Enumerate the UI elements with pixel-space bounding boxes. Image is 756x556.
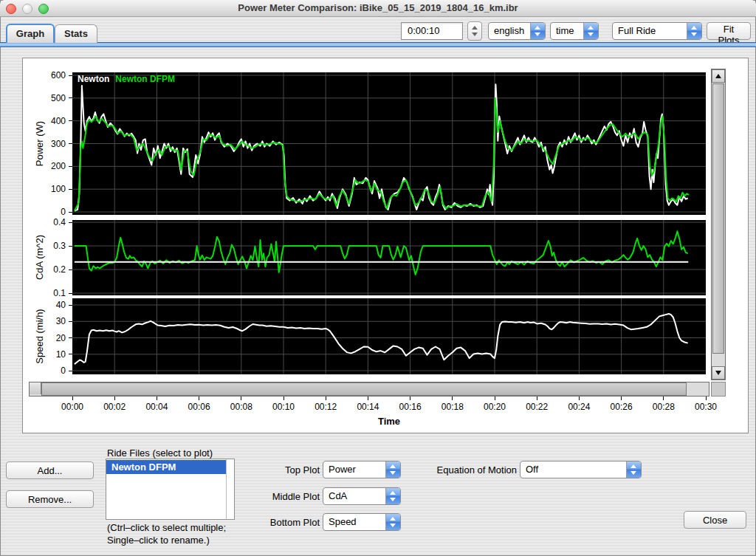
tab-stats[interactable]: Stats <box>55 24 97 43</box>
popup-arrows-icon <box>626 461 641 478</box>
x-tick-label: 00:12 <box>307 402 344 412</box>
y-tick-mark <box>69 120 72 121</box>
x-tick-mark <box>199 397 199 400</box>
x-tick-mark <box>579 397 580 400</box>
x-tick-mark <box>326 397 326 400</box>
x-tick-mark <box>368 397 368 400</box>
x-tick-label: 00:24 <box>560 402 597 412</box>
ride-files-label: Ride Files (select to plot) <box>107 447 213 459</box>
bottom-plot-label: Bottom Plot <box>250 517 320 528</box>
y-tick-mark <box>69 270 72 270</box>
y-tick-mark <box>69 212 72 213</box>
y-tick-mark <box>69 189 72 190</box>
top-plot-value: Power <box>329 461 356 478</box>
popup-arrows-icon <box>385 461 400 478</box>
x-tick-label: 00:08 <box>223 402 260 412</box>
close-button[interactable]: Close <box>684 511 746 529</box>
stepper-down-icon[interactable] <box>472 32 478 36</box>
x-tick-mark <box>452 397 453 400</box>
y-tick-mark <box>69 166 72 167</box>
x-tick-mark <box>72 397 73 400</box>
units-popup[interactable]: english <box>488 22 546 40</box>
hint-line-1: (Ctrl–click to select multiple; <box>107 521 226 534</box>
plot-legend: NewtonNewton DFPM <box>78 74 175 84</box>
x-tick-label: 00:02 <box>96 402 133 412</box>
scrollbar-corner <box>711 382 726 397</box>
xaxis-popup[interactable]: time <box>550 22 599 40</box>
x-tick-label: 00:00 <box>54 402 91 412</box>
add-button[interactable]: Add... <box>6 461 94 479</box>
x-axis-title: Time <box>72 416 706 427</box>
stepper-up-icon[interactable] <box>472 26 478 30</box>
power-meter-comparison-window: { "window": {"title": "Power Meter Compa… <box>0 0 756 556</box>
middle-plot-value: CdA <box>329 488 347 504</box>
x-tick-label: 00:28 <box>645 402 682 412</box>
scroll-up-icon[interactable] <box>712 69 725 83</box>
tab-pane-edge <box>0 42 756 47</box>
cda-plot-canvas <box>72 220 706 295</box>
scroll-down-icon[interactable] <box>712 366 725 380</box>
equation-of-motion-value: Off <box>526 461 538 478</box>
top-plot-popup[interactable]: Power <box>323 461 401 478</box>
power-plot[interactable]: NewtonNewton DFPM <box>72 72 706 215</box>
plot-panel: NewtonNewton DFPM 0100200300400500600Pow… <box>22 58 749 433</box>
bottom-plot-popup[interactable]: Speed <box>323 513 401 531</box>
horizontal-scrollbar-left-button[interactable] <box>30 382 41 394</box>
x-tick-label: 00:22 <box>518 402 555 412</box>
x-tick-mark <box>241 397 241 400</box>
x-tick-mark <box>621 397 622 400</box>
power-axis-title: Power (W) <box>34 92 45 195</box>
hint-line-2: Single–click to rename.) <box>107 534 226 546</box>
cda-plot[interactable] <box>72 220 706 295</box>
legend-newton: Newton <box>78 74 109 84</box>
vertical-scrollbar[interactable] <box>711 69 726 380</box>
popup-arrows-icon <box>530 23 545 39</box>
ride-files-list[interactable]: Newton DFPM <box>106 459 235 520</box>
y-tick-mark <box>69 143 72 144</box>
y-tick-mark <box>69 222 72 223</box>
x-tick-mark <box>706 397 707 400</box>
middle-plot-popup[interactable]: CdA <box>323 487 401 505</box>
y-tick-mark <box>69 354 72 354</box>
interval-value: 0:00:10 <box>402 23 462 39</box>
interval-field[interactable]: 0:00:10 <box>401 22 463 40</box>
window-title: Power Meter Comparison: iBike_05_15_2019… <box>0 0 756 16</box>
fit-plots-button[interactable]: Fit Plots <box>707 22 751 40</box>
x-tick-label: 00:14 <box>349 402 386 412</box>
xaxis-popup-value: time <box>556 23 574 39</box>
popup-arrows-icon <box>687 23 701 39</box>
horizontal-scrollbar[interactable] <box>29 382 709 397</box>
range-popup[interactable]: Full Ride <box>612 22 702 40</box>
speed-plot[interactable] <box>72 298 706 374</box>
top-plot-label: Top Plot <box>250 464 320 476</box>
power-series-newton-dfpm <box>75 98 689 211</box>
x-tick-mark <box>663 397 664 400</box>
y-tick-mark <box>69 293 72 294</box>
y-tick-mark <box>69 305 72 306</box>
x-tick-mark <box>495 397 495 400</box>
x-tick-label: 00:18 <box>434 402 471 412</box>
y-tick-mark <box>69 246 72 247</box>
equation-of-motion-popup[interactable]: Off <box>520 461 642 478</box>
horizontal-scrollbar-thumb[interactable] <box>41 382 687 396</box>
tab-graph[interactable]: Graph <box>6 24 55 43</box>
range-popup-value: Full Ride <box>618 23 656 39</box>
x-tick-mark <box>157 397 157 400</box>
list-scrollbar[interactable] <box>226 459 234 519</box>
x-tick-label: 00:10 <box>265 402 302 412</box>
x-tick-label: 00:04 <box>138 402 175 412</box>
interval-stepper[interactable] <box>467 21 482 41</box>
x-tick-mark <box>114 397 115 400</box>
y-tick-mark <box>69 337 72 338</box>
power-plot-canvas <box>72 72 706 215</box>
popup-arrows-icon <box>385 488 400 504</box>
y-tick-mark <box>69 371 72 371</box>
vertical-scrollbar-thumb[interactable] <box>712 83 724 354</box>
speed-plot-canvas <box>72 298 706 374</box>
x-tick-label: 00:30 <box>687 402 724 412</box>
speed-axis-title: Speed (mi/h) <box>34 284 45 388</box>
legend-newton-dfpm: Newton DFPM <box>115 74 175 84</box>
remove-button[interactable]: Remove... <box>6 490 94 508</box>
list-item-newton-dfpm[interactable]: Newton DFPM <box>106 460 226 474</box>
x-tick-label: 00:20 <box>476 402 513 412</box>
